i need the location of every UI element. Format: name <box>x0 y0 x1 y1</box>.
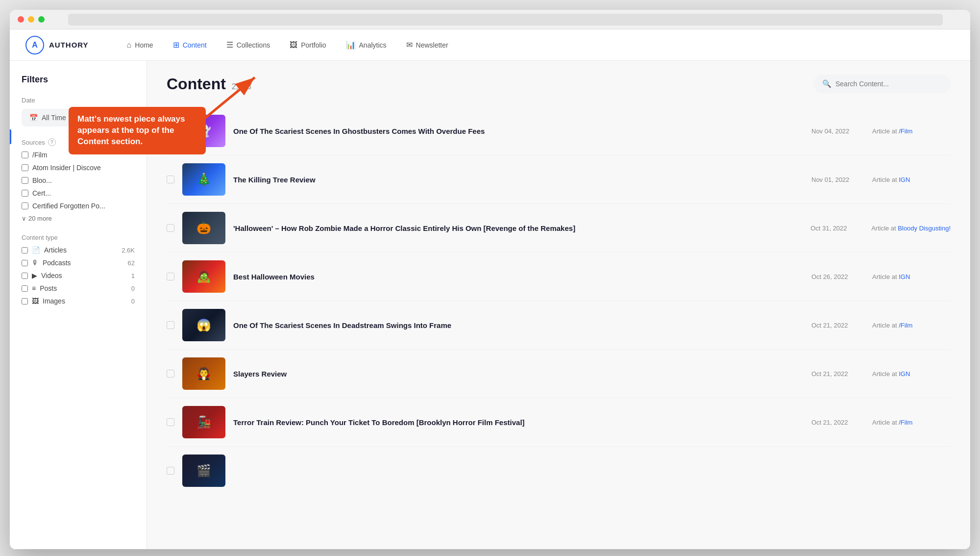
type-posts-checkbox[interactable] <box>22 285 28 292</box>
article-meta-1: Nov 04, 2022 Article at /Film <box>811 127 951 135</box>
article-date-2: Nov 01, 2022 <box>811 176 860 183</box>
table-row: 🎬 <box>167 447 951 495</box>
logo-name: AUTHORY <box>49 41 89 49</box>
article-date-3: Oct 31, 2022 <box>810 225 859 232</box>
nav-analytics[interactable]: 📊 Analytics <box>337 36 395 53</box>
search-input[interactable] <box>835 80 933 88</box>
article-title-4: Best Halloween Movies <box>233 272 804 282</box>
article-checkbox-3[interactable] <box>167 224 174 232</box>
date-filter-button[interactable]: 📅 All Time <box>22 109 135 126</box>
article-info-3: 'Halloween' – How Rob Zombie Made a Horr… <box>233 223 803 233</box>
type-videos-checkbox[interactable] <box>22 273 28 279</box>
nav-home[interactable]: ⌂ Home <box>118 37 162 53</box>
article-title-5: One Of The Scariest Scenes In Deadstream… <box>233 320 804 330</box>
filters-title: Filters <box>22 75 135 85</box>
titlebar <box>10 10 970 29</box>
article-checkbox-1[interactable] <box>167 127 174 135</box>
article-checkbox-7[interactable] <box>167 418 174 426</box>
table-row: 😱 One Of The Scariest Scenes In Deadstre… <box>167 301 951 350</box>
article-title-2: The Killing Tree Review <box>233 175 804 185</box>
sources-filter: Sources ? /Film Atom Insider | Discove B… <box>22 138 135 222</box>
content-title: Content <box>167 75 226 93</box>
chevron-down-icon: ∨ <box>22 215 26 222</box>
maximize-button[interactable] <box>38 16 45 23</box>
table-row: 🎃 'Halloween' – How Rob Zombie Made a Ho… <box>167 204 951 253</box>
article-meta-4: Oct 26, 2022 Article at IGN <box>811 273 951 280</box>
minimize-button[interactable] <box>28 16 34 23</box>
date-filter-label: Date <box>22 97 135 104</box>
sources-help-icon[interactable]: ? <box>48 138 56 146</box>
nav-collections[interactable]: ☰ Collections <box>218 36 279 53</box>
source-cert-checkbox[interactable] <box>22 190 28 197</box>
content-type-label: Content type <box>22 234 135 241</box>
article-thumbnail-6: 🧛 <box>182 357 225 390</box>
type-podcasts-checkbox[interactable] <box>22 260 28 266</box>
source-film-checkbox[interactable] <box>22 152 28 158</box>
logo: A AUTHORY <box>25 36 89 54</box>
source-film: /Film <box>22 151 135 159</box>
type-images: 🖼 Images 0 <box>22 297 135 305</box>
source-certified-checkbox[interactable] <box>22 202 28 209</box>
close-button[interactable] <box>18 16 24 23</box>
content-title-group: Content 2,713 <box>167 75 251 93</box>
article-thumbnail-2: 🎄 <box>182 163 225 196</box>
content-icon: ⊞ <box>173 40 179 50</box>
article-source-5: Article at /Film <box>872 322 951 329</box>
type-images-checkbox[interactable] <box>22 298 28 304</box>
article-meta-2: Nov 01, 2022 Article at IGN <box>811 176 951 183</box>
type-videos: ▶ Videos 1 <box>22 272 135 279</box>
nav-portfolio[interactable]: 🖼 Portfolio <box>281 37 335 53</box>
home-icon: ⌂ <box>127 41 132 50</box>
article-info-2: The Killing Tree Review <box>233 175 804 185</box>
collections-icon: ☰ <box>226 40 233 50</box>
article-source-7: Article at /Film <box>872 419 951 426</box>
source-cert: Cert... <box>22 189 135 197</box>
article-info-1: One Of The Scariest Scenes In Ghostbuste… <box>233 126 804 136</box>
article-source-4: Article at IGN <box>872 273 951 280</box>
url-bar[interactable] <box>68 14 943 25</box>
type-articles-checkbox[interactable] <box>22 247 28 253</box>
app-window: A AUTHORY ⌂ Home ⊞ Content ☰ Collections… <box>10 10 970 549</box>
article-date-4: Oct 26, 2022 <box>811 273 860 280</box>
articles-count: 2.6K <box>122 247 135 254</box>
article-checkbox-5[interactable] <box>167 321 174 329</box>
calendar-icon: 📅 <box>29 114 38 122</box>
article-info-6: Slayers Review <box>233 369 804 379</box>
sidebar-accent <box>10 129 11 144</box>
article-date-1: Nov 04, 2022 <box>811 127 860 135</box>
article-thumbnail-1: 👻 <box>182 115 225 147</box>
source-certified: Certified Forgotten Po... <box>22 202 135 210</box>
source-atom: Atom Insider | Discove <box>22 164 135 172</box>
table-row: 🧟 Best Halloween Movies Oct 26, 2022 Art… <box>167 253 951 301</box>
type-posts: ≡ Posts 0 <box>22 284 135 292</box>
source-atom-checkbox[interactable] <box>22 164 28 171</box>
article-checkbox-6[interactable] <box>167 370 174 378</box>
content-area: Content 2,713 🔍 👻 One Of The Sc <box>147 61 970 549</box>
navbar: A AUTHORY ⌂ Home ⊞ Content ☰ Collections… <box>10 29 970 61</box>
article-title-7: Terror Train Review: Punch Your Ticket T… <box>233 417 804 428</box>
article-checkbox-8[interactable] <box>167 467 174 475</box>
article-checkbox-2[interactable] <box>167 176 174 183</box>
type-articles: 📄 Articles 2.6K <box>22 246 135 254</box>
article-meta-7: Oct 21, 2022 Article at /Film <box>811 419 951 426</box>
article-checkbox-4[interactable] <box>167 273 174 280</box>
article-thumbnail-5: 😱 <box>182 309 225 341</box>
videos-count: 1 <box>131 272 135 279</box>
nav-newsletter[interactable]: ✉ Newsletter <box>397 36 457 53</box>
search-box[interactable]: 🔍 <box>813 75 951 93</box>
nav-content[interactable]: ⊞ Content <box>164 36 216 53</box>
search-icon: 🔍 <box>822 79 832 88</box>
articles-list: 👻 One Of The Scariest Scenes In Ghostbus… <box>167 107 951 495</box>
article-date-5: Oct 21, 2022 <box>811 322 860 329</box>
posts-icon: ≡ <box>32 284 36 292</box>
content-type-filter: Content type 📄 Articles 2.6K 🎙 Podcasts <box>22 234 135 305</box>
article-info-4: Best Halloween Movies <box>233 272 804 282</box>
article-info-7: Terror Train Review: Punch Your Ticket T… <box>233 417 804 428</box>
show-more-sources[interactable]: ∨ 20 more <box>22 215 135 222</box>
article-meta-6: Oct 21, 2022 Article at IGN <box>811 370 951 378</box>
table-row: 🚂 Terror Train Review: Punch Your Ticket… <box>167 398 951 447</box>
sidebar: Filters Date 📅 All Time Sources ? <box>10 61 147 549</box>
source-bloo-checkbox[interactable] <box>22 177 28 184</box>
article-title-6: Slayers Review <box>233 369 804 379</box>
date-filter: Date 📅 All Time <box>22 97 135 126</box>
